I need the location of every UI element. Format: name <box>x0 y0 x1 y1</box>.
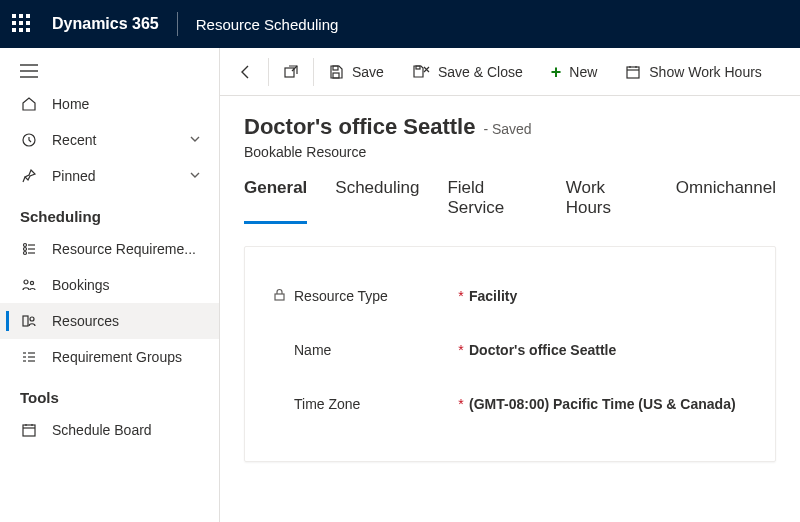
hamburger-button[interactable] <box>0 54 219 86</box>
svg-rect-27 <box>333 66 338 70</box>
calendar-icon <box>625 64 641 80</box>
clock-icon <box>20 131 38 149</box>
svg-rect-21 <box>23 425 35 436</box>
save-button[interactable]: Save <box>314 48 398 95</box>
nav-label: Resources <box>52 313 201 329</box>
back-button[interactable] <box>224 48 268 95</box>
section-tools: Tools <box>0 375 219 412</box>
resource-icon <box>20 312 38 330</box>
save-status: - Saved <box>483 121 531 137</box>
nav-home[interactable]: Home <box>0 86 219 122</box>
form-section: Resource Type * Facility Name * Doctor's… <box>244 246 776 462</box>
nav-pinned[interactable]: Pinned <box>0 158 219 194</box>
field-label: Resource Type <box>294 288 388 304</box>
svg-point-11 <box>24 280 28 284</box>
app-launcher-icon[interactable] <box>12 14 32 34</box>
chevron-down-icon <box>189 132 201 148</box>
svg-point-5 <box>24 244 27 247</box>
required-star: * <box>453 396 469 412</box>
entity-type: Bookable Resource <box>244 144 776 160</box>
people-icon <box>20 276 38 294</box>
plus-icon: + <box>551 63 562 81</box>
page-header: Doctor's office Seattle - Saved Bookable… <box>220 96 800 160</box>
nav-label: Bookings <box>52 277 201 293</box>
save-label: Save <box>352 64 384 80</box>
command-bar: Save Save & Close + New Show Work Hours <box>220 48 800 96</box>
section-scheduling: Scheduling <box>0 194 219 231</box>
tab-field-service[interactable]: Field Service <box>447 178 537 224</box>
sidebar: Home Recent Pinned Scheduling Re <box>0 48 220 522</box>
save-close-button[interactable]: Save & Close <box>398 48 537 95</box>
nav-resource-requirements[interactable]: Resource Requireme... <box>0 231 219 267</box>
nav-recent[interactable]: Recent <box>0 122 219 158</box>
field-time-zone[interactable]: Time Zone * (GMT-08:00) Pacific Time (US… <box>273 377 747 431</box>
list-icon <box>20 240 38 258</box>
nav-label: Schedule Board <box>52 422 201 438</box>
field-value: (GMT-08:00) Pacific Time (US & Canada) <box>469 396 747 412</box>
tab-omnichannel[interactable]: Omnichannel <box>676 178 776 224</box>
svg-rect-13 <box>23 316 28 326</box>
module-label: Resource Scheduling <box>196 16 339 33</box>
tab-strip: General Scheduling Field Service Work Ho… <box>220 160 800 224</box>
nav-label: Pinned <box>52 168 189 184</box>
tab-work-hours[interactable]: Work Hours <box>566 178 648 224</box>
tab-scheduling[interactable]: Scheduling <box>335 178 419 224</box>
work-hours-label: Show Work Hours <box>649 64 762 80</box>
nav-label: Recent <box>52 132 189 148</box>
svg-rect-25 <box>285 68 294 77</box>
required-star: * <box>453 342 469 358</box>
required-star: * <box>453 288 469 304</box>
open-new-window-button[interactable] <box>269 48 313 95</box>
main-area: Save Save & Close + New Show Work Hours … <box>220 48 800 522</box>
field-value: Facility <box>469 288 747 304</box>
save-close-label: Save & Close <box>438 64 523 80</box>
nav-schedule-board[interactable]: Schedule Board <box>0 412 219 448</box>
nav-label: Requirement Groups <box>52 349 201 365</box>
calendar-icon <box>20 421 38 439</box>
save-icon <box>328 64 344 80</box>
nav-label: Home <box>52 96 201 112</box>
field-value: Doctor's office Seattle <box>469 342 747 358</box>
group-icon <box>20 348 38 366</box>
top-bar: Dynamics 365 Resource Scheduling <box>0 0 800 48</box>
svg-rect-30 <box>627 67 639 78</box>
nav-label: Resource Requireme... <box>52 241 201 257</box>
chevron-down-icon <box>189 168 201 184</box>
field-name[interactable]: Name * Doctor's office Seattle <box>273 323 747 377</box>
page-title: Doctor's office Seattle <box>244 114 475 140</box>
svg-line-4 <box>23 177 25 182</box>
svg-point-9 <box>24 252 27 255</box>
nav-resources[interactable]: Resources <box>0 303 219 339</box>
field-resource-type[interactable]: Resource Type * Facility <box>273 269 747 323</box>
nav-bookings[interactable]: Bookings <box>0 267 219 303</box>
show-work-hours-button[interactable]: Show Work Hours <box>611 48 776 95</box>
svg-rect-29 <box>416 66 420 69</box>
svg-rect-34 <box>275 294 284 300</box>
pin-icon <box>20 167 38 185</box>
lock-icon <box>273 288 286 304</box>
field-label: Time Zone <box>294 396 360 412</box>
home-icon <box>20 95 38 113</box>
nav-requirement-groups[interactable]: Requirement Groups <box>0 339 219 375</box>
new-label: New <box>569 64 597 80</box>
svg-point-7 <box>24 248 27 251</box>
svg-point-14 <box>30 317 34 321</box>
divider <box>177 12 178 36</box>
svg-rect-28 <box>333 73 339 78</box>
field-label: Name <box>294 342 331 358</box>
save-close-icon <box>412 64 430 80</box>
tab-general[interactable]: General <box>244 178 307 224</box>
new-button[interactable]: + New <box>537 48 612 95</box>
brand-label: Dynamics 365 <box>52 15 159 33</box>
svg-point-12 <box>30 281 33 284</box>
